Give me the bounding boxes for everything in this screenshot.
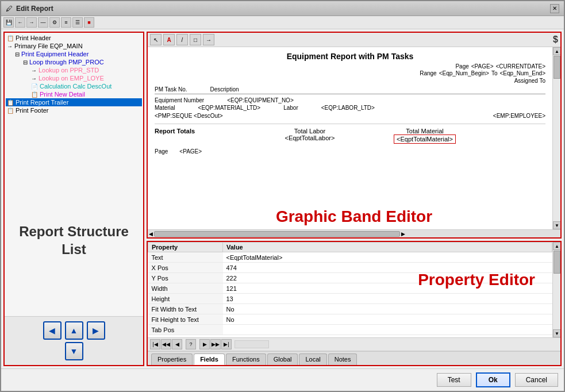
tree-item-lookup-emp[interactable]: → Lookup on EMP_LOYE <box>6 74 142 82</box>
nav-up-button[interactable]: ▲ <box>65 321 83 340</box>
ge-scroll-h-right-btn[interactable]: ▶ <box>401 231 405 237</box>
prop-cell-property: Text <box>148 252 223 263</box>
prop-cell-property: Tab Pos <box>148 325 223 335</box>
test-button[interactable]: Test <box>437 373 471 387</box>
tree-item-primary-file[interactable]: → Primary File EQP_MAIN <box>6 42 142 50</box>
ge-pencil-icon[interactable]: / <box>176 34 188 45</box>
prop-cell-value[interactable]: 121 <box>223 283 552 294</box>
report-totals-section: Report Totals Total Labor <EqptTotalLabo… <box>155 124 545 155</box>
prop-table-row[interactable]: Fit Width to TextNo <box>148 304 552 314</box>
nav-left-button[interactable]: ◀ <box>43 321 62 340</box>
pmp-seque: <PMP:SEQUE <DescOut> <box>155 113 223 119</box>
prop-nav-prev-prev-btn[interactable]: ◀◀ <box>161 339 171 349</box>
toolbar-list2-icon[interactable]: ☰ <box>72 17 83 28</box>
nav-down-button[interactable]: ▼ <box>65 342 83 360</box>
report-totals-row: Report Totals Total Labor <EqptTotalLabo… <box>155 126 545 145</box>
tab-local[interactable]: Local <box>299 353 326 365</box>
prop-scrollbar-v[interactable]: ▲ ▼ <box>552 242 560 337</box>
ge-rect-icon[interactable]: □ <box>190 34 201 45</box>
meta-range-begin: <Eqp_Num_Begin> <box>439 70 489 76</box>
cancel-button[interactable]: Cancel <box>515 373 558 387</box>
prop-table-row[interactable]: Height13 <box>148 294 552 304</box>
toolbar-red-icon[interactable]: ■ <box>84 17 94 28</box>
prop-table-row[interactable]: Y Pos222 <box>148 273 552 283</box>
prop-nav-last-btn[interactable]: ▶| <box>221 339 232 349</box>
tab-functions[interactable]: Functions <box>226 353 266 365</box>
tab-properties[interactable]: Properties <box>151 353 193 365</box>
ge-scrollbar-h[interactable]: ◀ ▶ <box>148 229 560 237</box>
tree-item-print-header[interactable]: 📋 Print Header <box>6 34 142 42</box>
tab-fields[interactable]: Fields <box>194 353 225 365</box>
toolbar-gear-icon[interactable]: ⚙ <box>49 17 60 28</box>
tab-global[interactable]: Global <box>267 353 298 365</box>
ge-scroll-thumb <box>554 56 560 79</box>
prop-cell-value[interactable]: 13 <box>223 294 552 304</box>
prop-cell-value[interactable]: 474 <box>223 263 552 273</box>
ge-scroll-up-btn[interactable]: ▲ <box>553 47 560 55</box>
prop-scroll-down-btn[interactable]: ▼ <box>553 329 560 337</box>
toolbar-list1-icon[interactable]: ≡ <box>61 17 71 28</box>
col-desc: Description <box>210 86 239 93</box>
close-button[interactable]: ✕ <box>550 4 559 13</box>
prop-table-row[interactable]: Fit Height to TextNo <box>148 314 552 325</box>
tree-item-equip-header[interactable]: ⊟ Print Equipment Header <box>6 50 142 58</box>
prop-scroll-up-btn[interactable]: ▲ <box>553 242 560 250</box>
band-scroll-area[interactable]: Equipment Report with PM Tasks Page <PAG… <box>148 47 552 229</box>
tree-item-calc[interactable]: 📄 Calculation Calc DescOut <box>6 82 142 90</box>
tree-icon-print-header: 📋 <box>7 35 14 41</box>
ge-toolbar-left: ↖ A / □ → <box>150 34 214 45</box>
prop-nav-next-next-btn[interactable]: ▶▶ <box>210 339 221 349</box>
tree-icon-calc: 📄 <box>31 83 38 90</box>
tree-item-print-detail[interactable]: 📋 Print New Detail <box>6 90 142 98</box>
tab-notes[interactable]: Notes <box>328 353 358 365</box>
prop-nav-first-btn[interactable]: |◀ <box>150 339 160 349</box>
toolbar-save-icon[interactable]: 💾 <box>3 17 14 28</box>
prop-cell-property: Y Pos <box>148 273 223 283</box>
ok-button[interactable]: Ok <box>476 372 510 387</box>
meta-page-var: <PAGE> <box>471 63 494 70</box>
nav-right-button[interactable]: ▶ <box>87 321 105 340</box>
toolbar-back-icon[interactable]: ← <box>15 17 25 28</box>
ge-scrollbar-v[interactable]: ▲ ▼ <box>552 47 560 229</box>
prop-table-row[interactable]: Tab Pos <box>148 325 552 335</box>
window-icon: 🖊 <box>6 5 13 13</box>
col-pmtask: PM Task No. <box>155 86 187 93</box>
page-footer-label: Page <box>155 148 168 155</box>
report-title: Equipment Report with PM Tasks <box>155 52 545 61</box>
prop-scroll-h[interactable] <box>235 340 269 348</box>
ge-scroll-h-left-btn[interactable]: ◀ <box>149 231 153 237</box>
prop-nav-bar: |◀ ◀◀ ◀ ? ▶ ▶▶ ▶| <box>148 337 560 351</box>
ge-text-icon[interactable]: A <box>163 34 175 45</box>
toolbar-forward-icon[interactable]: → <box>26 17 37 28</box>
ge-scroll-down-btn[interactable]: ▼ <box>553 221 560 229</box>
tree-item-lookup-ppr[interactable]: → Lookup on PPR_STD <box>6 66 142 74</box>
prop-col-property: Property <box>148 243 223 252</box>
ge-arrow-icon[interactable]: → <box>203 34 214 45</box>
tree-item-report-trailer[interactable]: 📋 Print Report Trailer <box>6 98 142 106</box>
tree-item-loop[interactable]: ⊟ Loop through PMP_PROC <box>6 58 142 66</box>
prop-nav-help-btn[interactable]: ? <box>186 339 196 349</box>
prop-cell-value[interactable]: <EqptTotalMaterial> <box>223 252 552 263</box>
tree-label-print-detail: Print New Detail <box>40 91 85 98</box>
prop-nav-prev-btn[interactable]: ◀ <box>172 339 182 349</box>
prop-nav-next-btn[interactable]: ▶ <box>199 339 210 349</box>
tree-icon-report-trailer: 📋 <box>7 99 14 106</box>
prop-table-row[interactable]: Text<EqptTotalMaterial> <box>148 252 552 263</box>
left-panel: 📋 Print Header → Primary File EQP_MAIN ⊟… <box>3 32 144 366</box>
toolbar-dash-icon[interactable]: — <box>38 17 48 28</box>
prop-table-row[interactable]: X Pos474 <box>148 263 552 273</box>
total-material-label: Total Material <box>385 128 465 134</box>
prop-cell-value[interactable]: No <box>223 314 552 325</box>
ge-cursor-icon[interactable]: ↖ <box>150 34 162 45</box>
emp-employee: <EMP:EMPLOYEE> <box>493 113 545 119</box>
labor-label: Labor <box>283 105 298 111</box>
prop-cell-property: Fit Width to Text <box>148 304 223 314</box>
report-preview: Equipment Report with PM Tasks Page <PAG… <box>148 47 552 159</box>
meta-range-label: Range <box>420 70 436 76</box>
prop-scroll-track <box>553 250 560 329</box>
prop-cell-value[interactable] <box>223 325 552 335</box>
prop-cell-value[interactable]: 222 <box>223 273 552 283</box>
tree-item-print-footer[interactable]: 📋 Print Footer <box>6 106 142 114</box>
prop-table-row[interactable]: Width121 <box>148 283 552 294</box>
prop-cell-value[interactable]: No <box>223 304 552 314</box>
